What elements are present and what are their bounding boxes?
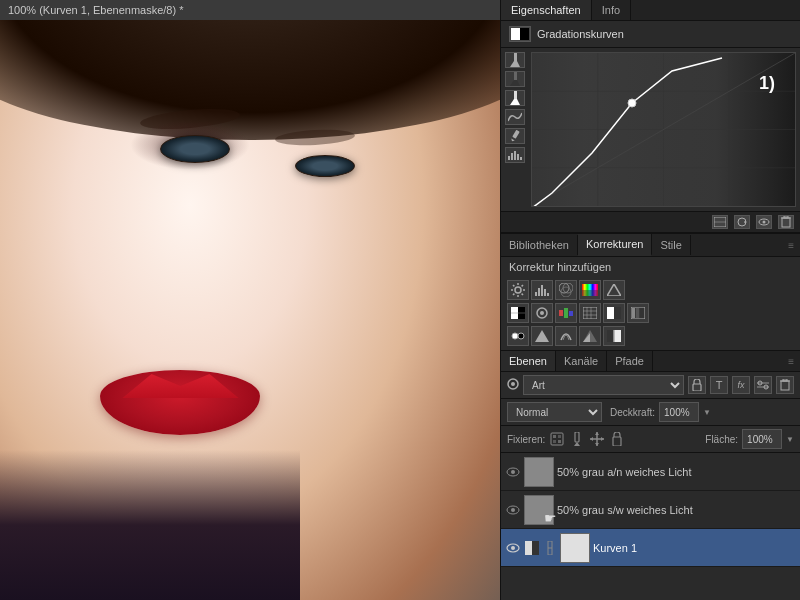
layer-1-name: 50% grau a/n weiches Licht bbox=[557, 466, 796, 478]
lock-transparent[interactable] bbox=[549, 431, 565, 447]
tab-pfade[interactable]: Pfade bbox=[607, 351, 653, 371]
svg-rect-75 bbox=[614, 330, 621, 342]
blend-mode-select[interactable]: Normal bbox=[507, 402, 602, 422]
invert-icon[interactable] bbox=[603, 303, 625, 323]
svg-rect-6 bbox=[514, 91, 517, 99]
curves-title: Gradationskurven bbox=[537, 28, 624, 40]
canvas-title-bar: 100% (Kurven 1, Ebenenmaske/8) * bbox=[0, 0, 500, 20]
layer-3-visibility[interactable] bbox=[505, 540, 521, 556]
pencil-tool[interactable] bbox=[505, 128, 525, 144]
exposure-icon[interactable] bbox=[579, 326, 601, 346]
mask2-icon[interactable] bbox=[531, 326, 553, 346]
svg-point-70 bbox=[512, 333, 518, 339]
filter-icon bbox=[507, 378, 519, 392]
layer-row-2[interactable]: ☛ 50% grau s/w weiches Licht bbox=[501, 491, 800, 529]
svg-rect-91 bbox=[558, 440, 561, 443]
layer-2-name: 50% grau s/w weiches Licht bbox=[557, 504, 796, 516]
lock-move[interactable] bbox=[589, 431, 605, 447]
svg-rect-0 bbox=[511, 28, 520, 40]
svg-marker-93 bbox=[574, 442, 580, 446]
layer-2-visibility[interactable] bbox=[505, 502, 521, 518]
photo-background bbox=[0, 20, 500, 600]
layer-icon-trash[interactable] bbox=[776, 376, 794, 394]
layer-3-type bbox=[524, 540, 540, 556]
lock-all[interactable] bbox=[609, 431, 625, 447]
selective-color-icon[interactable] bbox=[603, 280, 625, 300]
posterize-icon[interactable] bbox=[627, 303, 649, 323]
tab-stile[interactable]: Stile bbox=[652, 235, 690, 255]
svg-rect-107 bbox=[525, 541, 532, 555]
svg-point-71 bbox=[518, 333, 524, 339]
curves-auto-icon[interactable] bbox=[734, 215, 750, 229]
threshold-icon[interactable] bbox=[603, 326, 625, 346]
svg-rect-87 bbox=[551, 433, 563, 445]
color-lookup-icon[interactable] bbox=[579, 303, 601, 323]
korrektur-row1 bbox=[501, 277, 800, 303]
layer-icon-lock[interactable] bbox=[688, 376, 706, 394]
svg-point-102 bbox=[511, 470, 515, 474]
adj-panel-menu[interactable]: ≡ bbox=[782, 240, 800, 251]
layers-tabs: Ebenen Kanäle Pfade ≡ bbox=[501, 351, 800, 372]
tab-info[interactable]: Info bbox=[592, 0, 631, 20]
curves-trash-icon[interactable] bbox=[778, 215, 794, 229]
eyedropper-tool[interactable] bbox=[505, 52, 525, 68]
curves-eye-icon[interactable] bbox=[756, 215, 772, 229]
svg-marker-96 bbox=[595, 432, 599, 435]
tab-korrekturen[interactable]: Korrekturen bbox=[578, 234, 652, 256]
smooth-tool[interactable] bbox=[505, 109, 525, 125]
layer-row-3[interactable]: Kurven 1 bbox=[501, 529, 800, 567]
properties-tabs: Eigenschaften Info bbox=[501, 0, 800, 21]
layer-3-chain bbox=[543, 541, 557, 555]
histogram-tool[interactable] bbox=[505, 147, 525, 163]
tab-eigenschaften[interactable]: Eigenschaften bbox=[501, 0, 592, 20]
hue-saturation-icon[interactable] bbox=[579, 280, 601, 300]
svg-rect-8 bbox=[512, 130, 519, 139]
svg-point-47 bbox=[561, 287, 571, 297]
curves-adj-icon[interactable] bbox=[531, 280, 553, 300]
curves-graph[interactable]: 1) bbox=[531, 52, 796, 207]
korrektur-row2 bbox=[501, 303, 800, 326]
svg-marker-98 bbox=[590, 437, 593, 441]
white-point-tool[interactable] bbox=[505, 90, 525, 106]
layer-2-thumb: ☛ bbox=[524, 495, 554, 525]
layer-icon-adjust[interactable] bbox=[754, 376, 772, 394]
color-balance-icon[interactable] bbox=[555, 280, 577, 300]
photo-filter-icon[interactable] bbox=[531, 303, 553, 323]
canvas-title: 100% (Kurven 1, Ebenenmaske/8) * bbox=[8, 4, 184, 16]
tab-ebenen[interactable]: Ebenen bbox=[501, 351, 556, 371]
layer-icon-visibility[interactable]: T bbox=[710, 376, 728, 394]
opacity-field[interactable]: 100% bbox=[659, 402, 699, 422]
svg-rect-10 bbox=[508, 156, 510, 160]
svg-rect-11 bbox=[511, 153, 513, 160]
properties-panel: Eigenschaften Info Gradationskurven bbox=[501, 0, 800, 234]
layers-panel: Ebenen Kanäle Pfade ≡ Art T fx bbox=[501, 351, 800, 600]
lock-row: Fixieren: Fläche: 100% ▼ bbox=[501, 426, 800, 453]
channel-mixer-icon[interactable] bbox=[555, 303, 577, 323]
opacity-label: Deckkraft: bbox=[610, 407, 655, 418]
flache-field[interactable]: 100% bbox=[742, 429, 782, 449]
layer-1-visibility[interactable] bbox=[505, 464, 521, 480]
svg-rect-67 bbox=[632, 308, 635, 318]
vibrance-icon[interactable] bbox=[555, 326, 577, 346]
korrektur-title: Korrektur hinzufügen bbox=[501, 257, 800, 277]
curves-clip-icon[interactable] bbox=[712, 215, 728, 229]
mask1-icon[interactable] bbox=[507, 326, 529, 346]
svg-rect-42 bbox=[541, 285, 543, 296]
layer-icon-effects[interactable]: fx bbox=[732, 376, 750, 394]
svg-rect-90 bbox=[553, 440, 556, 443]
black-point-tool[interactable] bbox=[505, 71, 525, 87]
levels-icon[interactable] bbox=[507, 303, 529, 323]
tab-bibliotheken[interactable]: Bibliotheken bbox=[501, 235, 578, 255]
tab-kanaele[interactable]: Kanäle bbox=[556, 351, 607, 371]
lock-paint[interactable] bbox=[569, 431, 585, 447]
svg-rect-92 bbox=[575, 432, 579, 442]
curves-bottom-bar bbox=[501, 211, 800, 233]
flache-stepper[interactable]: ▼ bbox=[786, 435, 794, 444]
opacity-stepper[interactable]: ▼ bbox=[703, 408, 711, 417]
layer-row-1[interactable]: 50% grau a/n weiches Licht bbox=[501, 453, 800, 491]
grid-lines bbox=[532, 53, 795, 206]
layer-type-filter[interactable]: Art bbox=[523, 375, 684, 395]
layers-panel-menu[interactable]: ≡ bbox=[782, 356, 800, 367]
brightness-icon[interactable] bbox=[507, 280, 529, 300]
svg-rect-56 bbox=[559, 310, 563, 316]
